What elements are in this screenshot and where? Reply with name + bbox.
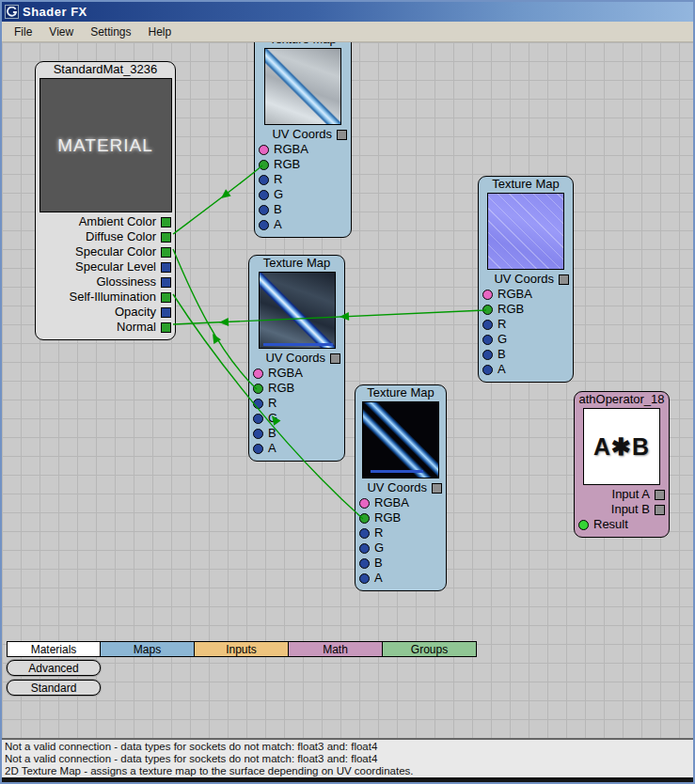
tab-inputs[interactable]: Inputs xyxy=(195,641,289,657)
tab-math[interactable]: Math xyxy=(289,641,383,657)
input-socket-icon[interactable] xyxy=(253,384,263,394)
tab-materials[interactable]: Materials xyxy=(7,641,101,657)
input-socket-icon[interactable] xyxy=(161,292,171,303)
socket-standardmat-ambient-color[interactable]: Ambient Color xyxy=(36,214,175,229)
socket-texmap-top-rgb[interactable]: RGB xyxy=(255,157,351,172)
socket-mathoperator-input-b[interactable]: Input B xyxy=(575,502,669,517)
input-socket-icon[interactable] xyxy=(482,335,493,345)
input-socket-icon[interactable] xyxy=(253,444,263,454)
preview-label: A✱B xyxy=(593,433,650,461)
input-socket-icon[interactable] xyxy=(359,513,370,524)
socket-standardmat-specular-level[interactable]: Specular Level xyxy=(36,259,175,274)
input-socket-icon[interactable] xyxy=(655,490,665,500)
input-socket-icon[interactable] xyxy=(359,543,370,554)
input-socket-icon[interactable] xyxy=(161,322,171,333)
socket-mathoperator-result[interactable]: Result xyxy=(575,517,669,532)
socket-standardmat-specular-color[interactable]: Specular Color xyxy=(36,244,175,259)
socket-texmap-top-b[interactable]: B xyxy=(255,202,351,217)
socket-texmap-top-uv-coords[interactable]: UV Coords xyxy=(255,127,351,142)
menu-file[interactable]: File xyxy=(6,24,40,40)
tab-groups[interactable]: Groups xyxy=(383,641,477,657)
socket-texmap-bottom-g[interactable]: G xyxy=(355,541,446,556)
socket-texmap-right-uv-coords[interactable]: UV Coords xyxy=(479,272,573,287)
input-socket-icon[interactable] xyxy=(259,145,269,155)
socket-texmap-right-rgba[interactable]: RGBA xyxy=(479,287,573,302)
socket-standardmat-diffuse-color[interactable]: Diffuse Color xyxy=(36,229,175,244)
input-socket-icon[interactable] xyxy=(578,520,589,530)
socket-texmap-center-r[interactable]: R xyxy=(249,396,344,411)
input-socket-icon[interactable] xyxy=(655,505,665,515)
socket-texmap-right-a[interactable]: A xyxy=(479,362,573,377)
socket-standardmat-self-illumination[interactable]: Self-Illumination xyxy=(36,290,175,305)
button-advanced[interactable]: Advanced xyxy=(7,660,101,676)
input-socket-icon[interactable] xyxy=(482,320,493,330)
socket-texmap-bottom-b[interactable]: B xyxy=(355,556,446,571)
input-socket-icon[interactable] xyxy=(161,232,171,243)
socket-mathoperator-input-a[interactable]: Input A xyxy=(575,487,669,502)
socket-texmap-right-g[interactable]: G xyxy=(479,332,573,347)
socket-texmap-right-b[interactable]: B xyxy=(479,347,573,362)
socket-texmap-center-rgb[interactable]: RGB xyxy=(249,381,344,396)
socket-texmap-top-rgba[interactable]: RGBA xyxy=(255,142,351,157)
node-texmap-center[interactable]: Texture MapUV CoordsRGBARGBRGBA xyxy=(248,255,345,462)
socket-texmap-top-r[interactable]: R xyxy=(255,172,351,187)
socket-standardmat-normal[interactable]: Normal xyxy=(36,320,175,335)
input-socket-icon[interactable] xyxy=(161,277,171,288)
input-socket-icon[interactable] xyxy=(259,205,269,215)
input-socket-icon[interactable] xyxy=(253,368,263,379)
input-socket-icon[interactable] xyxy=(161,307,171,318)
socket-texmap-bottom-uv-coords[interactable]: UV Coords xyxy=(355,480,446,495)
input-socket-icon[interactable] xyxy=(259,190,269,200)
input-socket-icon[interactable] xyxy=(359,573,370,584)
socket-texmap-bottom-rgba[interactable]: RGBA xyxy=(355,495,446,510)
socket-texmap-center-a[interactable]: A xyxy=(249,441,344,456)
socket-texmap-top-a[interactable]: A xyxy=(255,217,351,232)
socket-texmap-right-r[interactable]: R xyxy=(479,317,573,332)
input-socket-icon[interactable] xyxy=(253,399,263,409)
input-socket-icon[interactable] xyxy=(359,498,370,509)
input-socket-icon[interactable] xyxy=(161,217,171,227)
input-socket-icon[interactable] xyxy=(161,247,171,258)
socket-label: B xyxy=(268,427,276,440)
socket-texmap-right-rgb[interactable]: RGB xyxy=(479,302,573,317)
input-socket-icon[interactable] xyxy=(482,305,493,315)
socket-standardmat-glossiness[interactable]: Glossiness xyxy=(36,274,175,290)
title-bar[interactable]: Shader FX xyxy=(2,2,693,22)
input-socket-icon[interactable] xyxy=(482,350,493,360)
socket-texmap-bottom-a[interactable]: A xyxy=(355,571,446,586)
socket-texmap-center-rgba[interactable]: RGBA xyxy=(249,366,344,381)
socket-texmap-center-uv-coords[interactable]: UV Coords xyxy=(249,351,344,366)
socket-texmap-bottom-rgb[interactable]: RGB xyxy=(355,510,446,525)
socket-label: Ambient Color xyxy=(79,215,156,228)
input-socket-icon[interactable] xyxy=(330,353,340,364)
input-socket-icon[interactable] xyxy=(259,175,269,185)
socket-texmap-bottom-r[interactable]: R xyxy=(355,525,446,541)
socket-texmap-top-g[interactable]: G xyxy=(255,187,351,202)
socket-texmap-center-b[interactable]: B xyxy=(249,426,344,441)
input-socket-icon[interactable] xyxy=(359,558,370,569)
node-texmap-right[interactable]: Texture MapUV CoordsRGBARGBRGBA xyxy=(478,176,574,383)
input-socket-icon[interactable] xyxy=(482,365,493,375)
input-socket-icon[interactable] xyxy=(259,160,269,170)
input-socket-icon[interactable] xyxy=(337,130,347,140)
node-mathoperator[interactable]: athOperator_18A✱BInput AInput BResult xyxy=(574,391,670,538)
node-texmap-bottom[interactable]: Texture MapUV CoordsRGBARGBRGBA xyxy=(355,384,447,591)
node-standardmat[interactable]: StandardMat_3236MATERIALAmbient ColorDif… xyxy=(35,61,176,340)
node-canvas[interactable]: MaterialsMapsInputsMathGroups StandardMa… xyxy=(2,42,693,738)
menu-view[interactable]: View xyxy=(40,24,82,40)
input-socket-icon[interactable] xyxy=(482,290,493,300)
input-socket-icon[interactable] xyxy=(253,414,263,424)
input-socket-icon[interactable] xyxy=(161,262,171,273)
menu-help[interactable]: Help xyxy=(140,24,181,40)
input-socket-icon[interactable] xyxy=(259,220,269,230)
node-texmap-top[interactable]: Texture MapUV CoordsRGBARGBRGBA xyxy=(254,42,352,238)
tab-maps[interactable]: Maps xyxy=(101,641,195,657)
button-standard[interactable]: Standard xyxy=(7,680,101,696)
socket-standardmat-opacity[interactable]: Opacity xyxy=(36,305,175,320)
input-socket-icon[interactable] xyxy=(432,483,442,494)
socket-texmap-center-g[interactable]: G xyxy=(249,411,344,426)
input-socket-icon[interactable] xyxy=(253,429,263,439)
input-socket-icon[interactable] xyxy=(359,528,370,539)
input-socket-icon[interactable] xyxy=(559,274,569,285)
menu-settings[interactable]: Settings xyxy=(82,24,139,40)
